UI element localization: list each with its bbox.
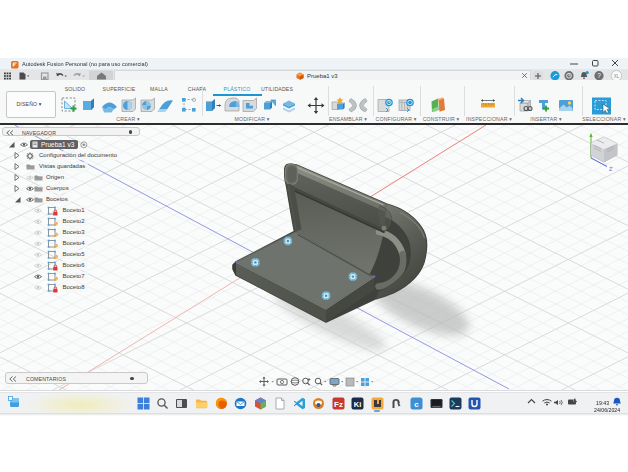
svg-text:?: ? <box>597 72 601 79</box>
svg-text:XL: XL <box>614 73 620 78</box>
svg-text:Fz: Fz <box>334 399 343 408</box>
svg-text:c: c <box>414 399 419 408</box>
svg-text:Ki: Ki <box>353 399 361 408</box>
